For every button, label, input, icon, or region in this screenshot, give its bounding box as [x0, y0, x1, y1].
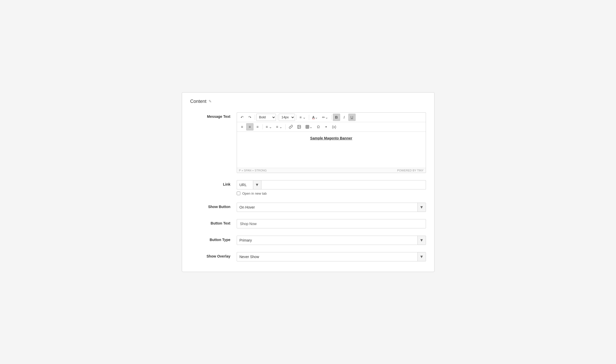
editor-toolbar-row-2: ≡ ≡ ≡ ≡ ⌄ ≡ ⌄ ⌄	[237, 122, 426, 132]
button-type-row: Button Type Primary Secondary Link ▼	[190, 236, 426, 245]
button-text-input[interactable]	[237, 219, 426, 228]
show-overlay-label: Show Overlay	[190, 252, 237, 258]
show-button-select-wrapper[interactable]: On Hover Always Never Show ▼	[237, 203, 426, 212]
image-button[interactable]	[295, 123, 303, 130]
button-type-label: Button Type	[190, 236, 237, 242]
show-overlay-row: Show Overlay Never Show Always On Hover …	[190, 252, 426, 261]
font-size-select[interactable]: 14px 12px 16px 18px	[279, 114, 295, 121]
align-left-button[interactable]: ≡	[239, 123, 246, 130]
message-text-row: Message Text ↶ ↷ Bold Normal Italic 14px	[190, 112, 426, 173]
button-type-select-wrapper[interactable]: Primary Secondary Link ▼	[237, 236, 426, 245]
link-button[interactable]	[287, 123, 295, 130]
show-overlay-select-wrapper[interactable]: Never Show Always On Hover ▼	[237, 252, 426, 261]
toolbar-divider-7	[285, 124, 286, 129]
editor-body[interactable]: Sample Magento Banner	[237, 132, 426, 168]
open-new-tab-wrapper: Open in new tab	[237, 192, 426, 195]
show-button-row: Show Button On Hover Always Never Show ▼	[190, 203, 426, 212]
content-panel: Content ✎ Message Text ↶ ↷ Bold Normal I…	[182, 92, 434, 272]
show-overlay-select[interactable]: Never Show Always On Hover	[237, 252, 426, 261]
editor-toolbar-row-1: ↶ ↷ Bold Normal Italic 14px 12px 16px 18…	[237, 113, 426, 122]
editor-statusbar: P » SPAN » STRONG POWERED BY TINY	[237, 168, 426, 173]
button-text-label: Button Text	[190, 219, 237, 225]
editor-powered: POWERED BY TINY	[397, 169, 423, 172]
highlight-button[interactable]: ✏⌄	[320, 114, 330, 121]
font-color-button[interactable]: A⌄	[310, 114, 320, 121]
toolbar-divider-6	[262, 124, 263, 129]
edit-icon[interactable]: ✎	[209, 99, 212, 103]
ordered-list-button[interactable]: ≡ ⌄	[264, 123, 274, 130]
button-type-control: Primary Secondary Link ▼	[237, 236, 426, 245]
button-text-row: Button Text	[190, 219, 426, 228]
link-row: Link URL File Page ▼ Open in new tab	[190, 180, 426, 195]
redo-button[interactable]: ↷	[246, 114, 253, 121]
link-type-select[interactable]: URL File Page	[237, 180, 261, 189]
table-button[interactable]: ⌄	[303, 123, 314, 130]
toolbar-divider-2	[277, 115, 277, 120]
font-family-select[interactable]: Bold Normal Italic	[256, 114, 276, 121]
undo-button[interactable]: ↶	[239, 114, 246, 121]
link-control: URL File Page ▼ Open in new tab	[237, 180, 426, 195]
toolbar-divider-4	[309, 115, 309, 120]
link-label: Link	[190, 180, 237, 186]
italic-button[interactable]: I	[341, 114, 348, 121]
align-right-button[interactable]: ≡	[254, 123, 261, 130]
editor-content: Sample Magento Banner	[310, 136, 352, 140]
link-type-select-wrapper[interactable]: URL File Page ▼	[237, 180, 261, 189]
show-button-select[interactable]: On Hover Always Never Show	[237, 203, 426, 212]
show-button-control: On Hover Always Never Show ▼	[237, 203, 426, 212]
editor-wrapper-control: ↶ ↷ Bold Normal Italic 14px 12px 16px 18…	[237, 112, 426, 173]
button-type-select[interactable]: Primary Secondary Link	[237, 236, 426, 245]
line-height-button[interactable]: ≡ ⌄	[298, 114, 308, 121]
open-new-tab-checkbox[interactable]	[237, 192, 240, 195]
editor-wrapper: ↶ ↷ Bold Normal Italic 14px 12px 16px 18…	[237, 112, 426, 173]
svg-point-1	[298, 126, 299, 126]
editor-path: P » SPAN » STRONG	[239, 169, 267, 172]
panel-title: Content	[190, 99, 207, 104]
bold-button[interactable]: B	[333, 114, 340, 121]
unordered-list-button[interactable]: ≡ ⌄	[274, 123, 284, 130]
align-center-button[interactable]: ≡	[246, 123, 253, 130]
widget-button[interactable]: ▪	[323, 123, 330, 130]
show-button-label: Show Button	[190, 203, 237, 209]
open-new-tab-label[interactable]: Open in new tab	[242, 192, 267, 195]
link-url-input[interactable]	[261, 180, 426, 189]
omega-button[interactable]: Ω	[315, 123, 322, 130]
show-overlay-control: Never Show Always On Hover ▼	[237, 252, 426, 261]
underline-button[interactable]: U	[348, 114, 356, 121]
toolbar-divider-1	[255, 115, 255, 120]
svg-rect-2	[306, 125, 309, 128]
panel-header: Content ✎	[190, 99, 426, 104]
toolbar-divider-5	[331, 115, 332, 120]
toolbar-divider-3	[296, 115, 297, 120]
button-text-control	[237, 219, 426, 228]
variable-button[interactable]: (x)	[330, 123, 338, 130]
message-text-label: Message Text	[190, 112, 237, 119]
